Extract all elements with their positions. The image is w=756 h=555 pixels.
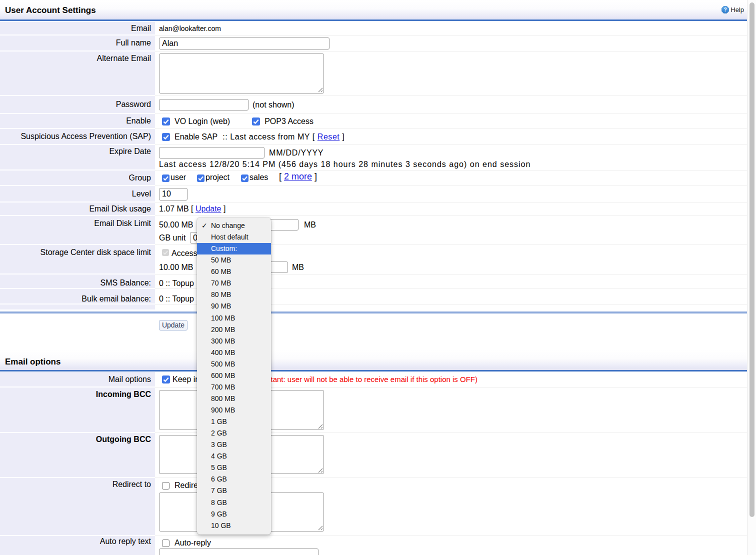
svg-text:?: ? (724, 7, 727, 12)
